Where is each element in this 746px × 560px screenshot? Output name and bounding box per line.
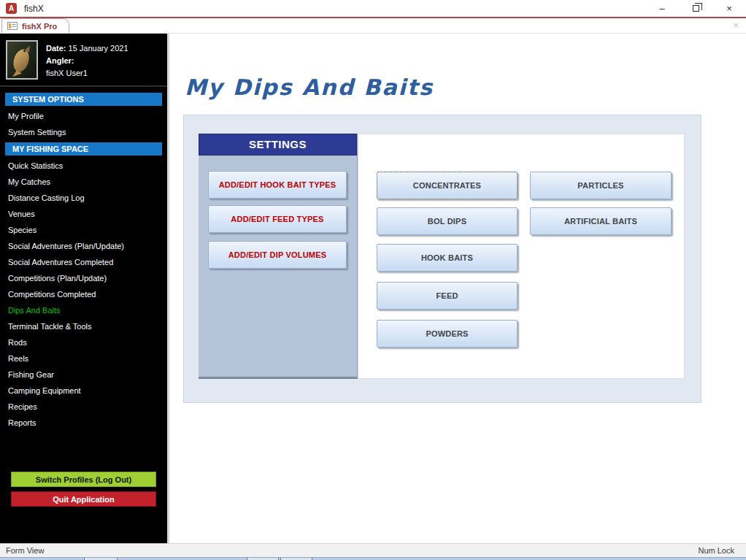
profile-text: Date: 15 January 2021 Angler: fishX User… — [46, 40, 128, 80]
workspace: Date: 15 January 2021 Angler: fishX User… — [0, 34, 746, 543]
sidebar-item-competitions-completed[interactable]: Competitions Completed — [0, 286, 167, 302]
tab-fishx-pro[interactable]: fishX Pro — [1, 18, 69, 33]
sidebar: Date: 15 January 2021 Angler: fishX User… — [0, 34, 169, 543]
num-lock-indicator: Num Lock — [698, 546, 734, 555]
date-label: Date: — [46, 44, 66, 53]
title-bar: A fishX – × — [0, 0, 746, 17]
sidebar-item-camping-equipment[interactable]: Camping Equipment — [0, 383, 167, 399]
window-controls: – × — [645, 0, 746, 17]
sidebar-item-species[interactable]: Species — [0, 222, 167, 238]
restore-icon — [693, 5, 699, 12]
window-title: fishX — [24, 4, 44, 14]
restore-button[interactable] — [679, 0, 712, 17]
sidebar-item-reels[interactable]: Reels — [0, 350, 167, 367]
minimize-button[interactable]: – — [645, 0, 679, 17]
sidebar-footer: Switch Profiles (Log Out) Quit Applicati… — [0, 472, 167, 543]
feed-button[interactable]: FEED — [377, 282, 518, 310]
sidebar-item-reports[interactable]: Reports — [0, 415, 167, 431]
sidebar-item-quick-statistics[interactable]: Quick Statistics — [0, 158, 167, 174]
form-icon — [7, 22, 18, 30]
close-form-icon[interactable]: × — [733, 20, 739, 31]
sidebar-menu: SYSTEM OPTIONS My Profile System Setting… — [0, 87, 167, 431]
sidebar-item-social-adventures-plan[interactable]: Social Adventures (Plan/Update) — [0, 238, 167, 254]
angler-value: fishX User1 — [46, 67, 128, 80]
sidebar-item-distance-casting-log[interactable]: Distance Casting Log — [0, 190, 167, 206]
sidebar-item-my-catches[interactable]: My Catches — [0, 174, 167, 190]
document-tab-bar: fishX Pro × — [0, 18, 746, 34]
categories-area: CONCENTRATES PARTICLES BOL DIPS ARTIFICI… — [358, 134, 685, 379]
add-edit-hook-bait-types-button[interactable]: ADD/EDIT HOOK BAIT TYPES — [208, 171, 347, 199]
angler-avatar — [6, 40, 38, 80]
bol-dips-button[interactable]: BOL DIPS — [377, 207, 518, 235]
dips-and-baits-panel: SETTINGS ADD/EDIT HOOK BAIT TYPES ADD/ED… — [183, 115, 701, 403]
angler-label: Angler: — [46, 55, 128, 67]
sidebar-item-social-adventures-completed[interactable]: Social Adventures Completed — [0, 254, 167, 270]
tab-label: fishX Pro — [22, 22, 57, 31]
sidebar-item-system-settings[interactable]: System Settings — [0, 124, 167, 140]
sidebar-item-fishing-gear[interactable]: Fishing Gear — [0, 367, 167, 383]
particles-button[interactable]: PARTICLES — [530, 172, 672, 199]
page-title: My Dips And Baits — [185, 74, 434, 100]
access-logo-icon: A — [6, 3, 17, 14]
artificial-baits-button[interactable]: ARTIFICIAL BAITS — [530, 207, 672, 235]
quit-application-button[interactable]: Quit Application — [11, 491, 156, 507]
profile-box: Date: 15 January 2021 Angler: fishX User… — [0, 34, 167, 87]
sidebar-item-rods[interactable]: Rods — [0, 334, 167, 350]
sidebar-item-competitions-plan[interactable]: Competitions (Plan/Update) — [0, 270, 167, 286]
view-mode-label: Form View — [6, 546, 44, 555]
sidebar-item-recipes[interactable]: Recipes — [0, 399, 167, 415]
settings-header: SETTINGS — [199, 134, 357, 156]
taskbar-edge — [0, 557, 746, 560]
hook-baits-button[interactable]: HOOK BAITS — [377, 244, 518, 272]
sidebar-item-my-profile[interactable]: My Profile — [0, 108, 167, 124]
status-bar: Form View Num Lock — [0, 543, 746, 557]
concentrates-button[interactable]: CONCENTRATES — [377, 172, 518, 199]
section-header-my-fishing-space: MY FISHING SPACE — [5, 142, 162, 156]
add-edit-feed-types-button[interactable]: ADD/EDIT FEED TYPES — [208, 205, 347, 233]
section-header-system-options: SYSTEM OPTIONS — [5, 93, 162, 106]
add-edit-dip-volumes-button[interactable]: ADD/EDIT DIP VOLUMES — [208, 241, 347, 269]
sidebar-item-dips-and-baits[interactable]: Dips And Baits — [0, 302, 167, 318]
settings-panel: SETTINGS ADD/EDIT HOOK BAIT TYPES ADD/ED… — [199, 134, 358, 379]
date-value: 15 January 2021 — [69, 44, 128, 53]
close-button[interactable]: × — [712, 0, 746, 17]
powders-button[interactable]: POWDERS — [377, 320, 518, 348]
sidebar-item-venues[interactable]: Venues — [0, 206, 167, 222]
main-content: My Dips And Baits SETTINGS ADD/EDIT HOOK… — [169, 34, 746, 543]
switch-profiles-button[interactable]: Switch Profiles (Log Out) — [11, 472, 156, 487]
sidebar-item-terminal-tackle-tools[interactable]: Terminal Tackle & Tools — [0, 318, 167, 334]
